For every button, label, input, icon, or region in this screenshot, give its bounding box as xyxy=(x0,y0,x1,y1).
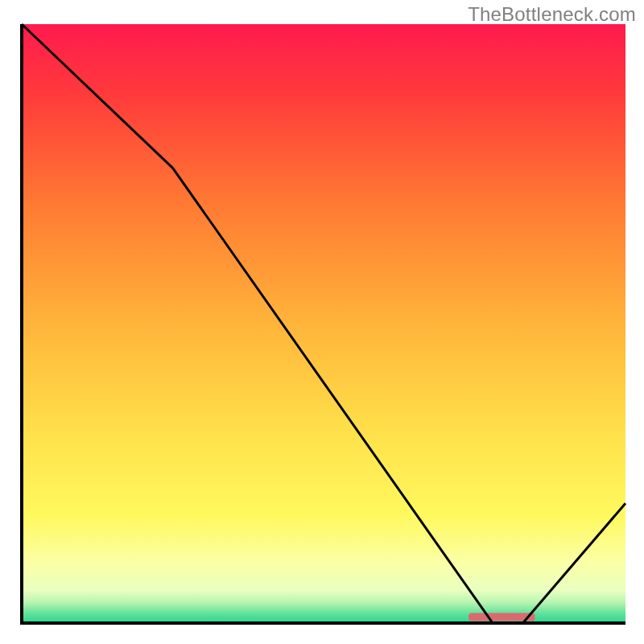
chart-container: TheBottleneck.com xyxy=(0,0,644,644)
plot-background xyxy=(22,24,625,623)
bottleneck-chart xyxy=(0,0,644,644)
watermark-text: TheBottleneck.com xyxy=(468,3,636,26)
